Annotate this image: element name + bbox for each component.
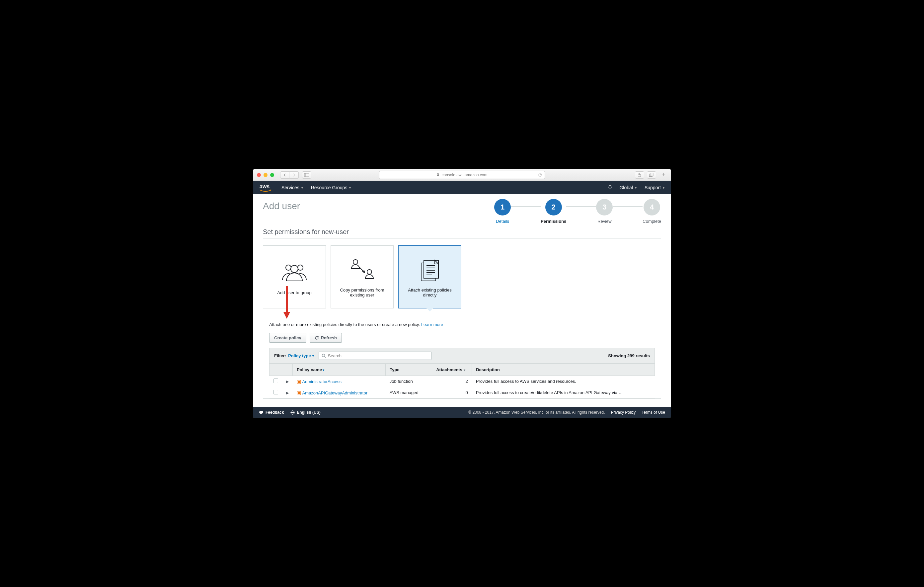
step-label: Details (496, 219, 509, 224)
card-label: Add user to group (277, 290, 311, 295)
refresh-button[interactable]: Refresh (310, 333, 342, 342)
tabs-button[interactable] (647, 171, 656, 179)
policy-attachments: 2 (432, 376, 472, 387)
aws-logo-text: aws (259, 184, 272, 189)
browser-window: console.aws.amazon.com + aws Services▾ R… (253, 169, 671, 418)
step-label: Permissions (541, 219, 566, 224)
policy-description: Provides full access to AWS services and… (472, 376, 655, 387)
policy-type: AWS managed (386, 387, 432, 398)
language-selector[interactable]: English (US) (290, 410, 320, 415)
notifications-icon[interactable] (607, 185, 613, 191)
create-policy-button[interactable]: Create policy (269, 333, 306, 342)
policy-panel: Attach one or more existing policies dir… (263, 316, 661, 399)
terms-link[interactable]: Terms of Use (642, 410, 665, 415)
wizard-step-permissions[interactable]: 2 Permissions (541, 199, 566, 224)
policy-type: Job function (386, 376, 432, 387)
step-number: 2 (545, 199, 562, 215)
speech-bubble-icon (259, 410, 264, 415)
feedback-link[interactable]: Feedback (259, 410, 284, 415)
lock-icon (436, 173, 439, 177)
copy-user-icon (345, 256, 379, 283)
learn-more-link[interactable]: Learn more (421, 322, 443, 327)
aws-navbar: aws Services▾ Resource Groups▾ Global▾ S… (253, 181, 671, 194)
annotation-arrow (284, 286, 290, 321)
refresh-icon (315, 336, 319, 340)
permission-cards: Add user to group Copy permissions from … (263, 245, 661, 308)
card-attach-policies[interactable]: Attach existing policies directly (398, 245, 461, 308)
col-policy-name[interactable]: Policy name▾ (293, 364, 386, 376)
nav-buttons (280, 171, 299, 179)
nav-support[interactable]: Support▾ (645, 185, 665, 190)
svg-point-10 (367, 270, 372, 274)
maximize-window-button[interactable] (270, 173, 274, 177)
footer: Feedback English (US) © 2008 - 2017, Ama… (253, 407, 671, 418)
help-text-body: Attach one or more existing policies dir… (269, 322, 421, 327)
table-row: ▶ ▣AmazonAPIGatewayAdministrator AWS man… (269, 387, 655, 398)
search-box[interactable] (318, 352, 431, 360)
privacy-link[interactable]: Privacy Policy (611, 410, 636, 415)
row-checkbox[interactable] (274, 379, 278, 383)
search-input[interactable] (328, 353, 429, 358)
filter-type-label: Policy type (288, 353, 311, 358)
row-expander[interactable]: ▶ (286, 391, 289, 395)
minimize-window-button[interactable] (264, 173, 267, 177)
address-bar[interactable]: console.aws.amazon.com (379, 171, 545, 179)
policy-description: Provides full access to create/edit/dele… (472, 387, 655, 398)
page-content: Add user 1 Details 2 Permissions 3 Revie… (253, 194, 671, 407)
col-type[interactable]: Type (386, 364, 432, 376)
language-label: English (US) (297, 410, 320, 415)
step-number: 1 (494, 199, 511, 215)
filter-bar: Filter: Policy type ▾ Showing 299 result… (269, 348, 655, 364)
chevron-down-icon: ▾ (663, 186, 665, 190)
filter-label: Filter: (274, 353, 286, 358)
wizard-step-details[interactable]: 1 Details (494, 199, 511, 224)
svg-point-8 (291, 265, 298, 273)
col-attachments[interactable]: Attachments ▾ (432, 364, 472, 376)
nav-services-label: Services (281, 185, 299, 190)
sort-caret-icon: ▾ (323, 368, 324, 372)
card-label: Copy permissions from existing user (334, 288, 390, 298)
traffic-lights (257, 173, 274, 177)
back-button[interactable] (280, 171, 289, 179)
feedback-label: Feedback (266, 410, 284, 415)
policy-name-link[interactable]: AmazonAPIGatewayAdministrator (302, 390, 368, 395)
policy-name-link[interactable]: AdministratorAccess (302, 379, 342, 384)
step-label: Complete (643, 219, 661, 224)
chevron-down-icon: ▾ (312, 354, 314, 357)
col-description[interactable]: Description (472, 364, 655, 376)
search-icon (322, 354, 326, 358)
sort-caret-icon: ▾ (464, 368, 465, 372)
svg-rect-2 (437, 175, 439, 176)
svg-line-20 (324, 357, 326, 358)
card-add-to-group[interactable]: Add user to group (263, 245, 326, 308)
create-policy-label: Create policy (274, 335, 301, 340)
nav-region-label: Global (619, 185, 633, 190)
svg-rect-5 (650, 173, 653, 176)
document-icon (417, 256, 443, 283)
titlebar-right: + (635, 171, 667, 179)
row-expander[interactable]: ▶ (286, 379, 289, 384)
new-tab-button[interactable]: + (660, 171, 667, 179)
share-button[interactable] (635, 171, 644, 179)
nav-region[interactable]: Global▾ (619, 185, 636, 190)
wizard-step-complete[interactable]: 4 Complete (643, 199, 661, 224)
reload-icon[interactable] (538, 173, 542, 177)
policy-icon: ▣ (297, 390, 301, 395)
svg-point-9 (353, 260, 358, 264)
aws-logo[interactable]: aws (259, 184, 272, 192)
nav-services[interactable]: Services▾ (281, 185, 303, 190)
wizard-step-review[interactable]: 3 Review (596, 199, 613, 224)
forward-button[interactable] (289, 171, 299, 179)
nav-resource-groups[interactable]: Resource Groups▾ (311, 185, 351, 190)
row-checkbox[interactable] (274, 390, 278, 394)
close-window-button[interactable] (257, 173, 261, 177)
filter-policy-type[interactable]: Policy type ▾ (288, 353, 314, 358)
svg-point-7 (298, 265, 303, 270)
chevron-down-icon: ▾ (635, 186, 637, 190)
card-copy-permissions[interactable]: Copy permissions from existing user (330, 245, 394, 308)
chevron-down-icon: ▾ (349, 186, 351, 190)
sidebar-toggle-button[interactable] (302, 171, 311, 179)
nav-support-label: Support (645, 185, 661, 190)
svg-point-21 (259, 411, 263, 414)
help-text: Attach one or more existing policies dir… (269, 322, 655, 327)
